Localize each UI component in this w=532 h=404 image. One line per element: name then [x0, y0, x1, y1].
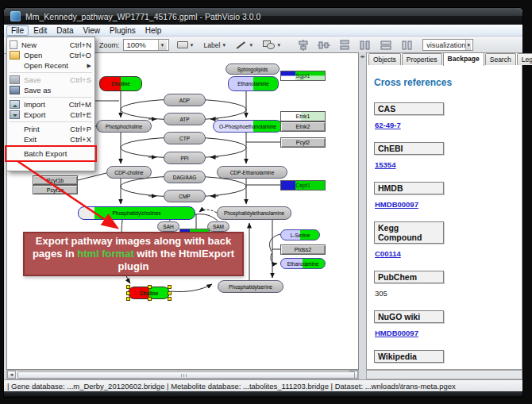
align-center-y-icon[interactable]: [318, 40, 330, 51]
zoom-combobox[interactable]: 100% ▼: [123, 39, 169, 51]
common-height-icon[interactable]: [400, 40, 413, 51]
label-tool-button[interactable]: Label▼: [202, 40, 228, 50]
metabolite-node-phosphatidylcholines[interactable]: Phosphatidylcholines: [78, 206, 195, 220]
metabolite-node-cdp-choline[interactable]: CDP-choline: [106, 166, 152, 179]
tab-backpage[interactable]: Backpage: [443, 52, 484, 66]
selection-handle[interactable]: [126, 291, 130, 295]
metabolite-node-ethanolamine[interactable]: Ethanolamine: [280, 258, 326, 269]
metabolite-node-phosphocholine[interactable]: Phosphocholine: [96, 120, 152, 133]
gene-node-etnk2[interactable]: Etnk2: [280, 121, 326, 132]
node-label: CTP: [179, 136, 190, 141]
file-menu-item-batch-export[interactable]: Batch Export: [7, 148, 94, 160]
common-width-icon[interactable]: [380, 40, 392, 51]
visualization-combobox[interactable]: visualization ▼: [422, 39, 473, 51]
metabolite-node-phosphatidylethanolamine[interactable]: Phosphatidylethanolamine: [217, 206, 291, 220]
tab-search[interactable]: Search: [485, 53, 516, 65]
tab-objects[interactable]: Objects: [368, 53, 401, 65]
selection-handle[interactable]: [148, 297, 152, 301]
metabolite-node-o-phosphoethanolamine[interactable]: O-Phosphoethanolamine: [213, 120, 283, 133]
metabolite-node-ethanolamine[interactable]: Ethanolamine: [228, 76, 279, 91]
tab-legend[interactable]: Legend: [517, 53, 532, 65]
metabolite-node-ppi[interactable]: PPi: [164, 152, 206, 164]
metabolite-node-cdp-ethanolamine[interactable]: CDP-Ethanolamine: [217, 166, 287, 179]
splitter-arrows-icon[interactable]: ◂▸: [360, 54, 365, 63]
file-menu-item-export[interactable]: ExportCtrl+E: [7, 110, 94, 120]
scroll-left-icon[interactable]: ◄: [7, 371, 16, 379]
menubar-item-help[interactable]: Help: [141, 25, 167, 36]
panel-footer-strip: [366, 370, 522, 379]
menu-item-label: Batch Export: [24, 149, 67, 158]
crossref-link[interactable]: 15354: [375, 160, 395, 169]
metabolite-node-sphingolipids[interactable]: Sphingolipids: [226, 63, 279, 75]
shape-tool-button[interactable]: ▼: [261, 40, 283, 50]
gene-node-pcyt1b[interactable]: Pcyt1b: [33, 175, 78, 185]
node-label: CDP-Ethanolamine: [230, 170, 275, 175]
crossref-link[interactable]: 62-49-7: [375, 121, 401, 129]
section-header: Wikipedia: [374, 350, 444, 363]
gene-node-pcyt1a[interactable]: Pcyt1a: [33, 185, 78, 194]
file-menu-item-print[interactable]: PrintCtrl+P: [7, 124, 94, 134]
metabolite-node-phosphatidylserine[interactable]: Phosphatidylserine: [218, 280, 283, 293]
backpage-section-pubchem: PubChem305: [374, 271, 522, 303]
menubar-item-edit[interactable]: Edit: [29, 25, 52, 36]
metabolite-node-sam[interactable]: SAM: [207, 221, 229, 232]
metabolite-node-sah[interactable]: SAH: [157, 221, 179, 232]
file-menu-item-open-recent[interactable]: Open Recent▶: [7, 60, 94, 71]
gene-node-cept1[interactable]: Cept1: [280, 180, 326, 190]
chevron-down-icon[interactable]: ▼: [465, 40, 471, 50]
panel-splitter[interactable]: ◂▸: [359, 52, 366, 370]
file-menu-item-save-as[interactable]: Save as: [7, 85, 94, 95]
node-label: Ptdss2: [295, 247, 311, 252]
metabolite-node-choline[interactable]: Choline: [128, 287, 170, 299]
canvas-horizontal-scrollbar[interactable]: ◄ ►: [6, 370, 359, 379]
selection-handle[interactable]: [126, 297, 130, 301]
metabolite-node-adp[interactable]: ADP: [164, 94, 206, 106]
selection-handle[interactable]: [126, 285, 130, 289]
menubar-item-file[interactable]: File: [6, 25, 29, 36]
gene-node-sgpl1[interactable]: Sgpl1: [280, 71, 326, 81]
tab-properties[interactable]: Properties: [402, 53, 442, 65]
crossref-link[interactable]: C00114: [375, 249, 401, 258]
side-panel-tabs: ObjectsPropertiesBackpageSearchLegend: [368, 53, 532, 65]
metabolite-node-cmp[interactable]: CMP: [164, 190, 206, 202]
selection-handle[interactable]: [148, 285, 152, 289]
file-menu-item-open[interactable]: OpenCtrl+O: [7, 50, 94, 60]
metabolite-node-l-serine[interactable]: L-Serine: [280, 229, 320, 240]
menu-item-shortcut: Ctrl+E: [70, 110, 91, 119]
metabolite-node-choline[interactable]: Choline: [99, 76, 142, 91]
crossref-link[interactable]: HMDB00097: [375, 329, 418, 337]
metabolite-node-ctp[interactable]: CTP: [164, 132, 206, 144]
menu-separator: [10, 97, 92, 98]
menubar-item-view[interactable]: View: [78, 25, 105, 36]
node-label: Choline: [111, 81, 130, 87]
gene-node-pcyt2[interactable]: Pcyt2: [280, 137, 326, 148]
gene-node-etnk1[interactable]: Etnk1: [280, 111, 326, 121]
stack-horizontal-icon[interactable]: [359, 40, 372, 51]
file-menu-item-save[interactable]: SaveCtrl+S: [7, 75, 94, 85]
menubar-item-data[interactable]: Data: [52, 25, 78, 36]
line-tool-button[interactable]: ▼: [234, 40, 255, 50]
menubar-item-plugins[interactable]: Plugins: [105, 25, 141, 36]
selection-handle[interactable]: [168, 297, 172, 301]
label-tool-text: Label: [203, 41, 220, 49]
chevron-down-icon[interactable]: ▼: [158, 40, 167, 50]
align-center-x-icon[interactable]: [297, 40, 310, 51]
window-bottom-border: [4, 391, 522, 397]
scrollbar-thumb[interactable]: [17, 371, 355, 379]
node-label: Sgpl1: [296, 73, 310, 79]
datanode-tool-button[interactable]: ▼: [175, 40, 196, 49]
metabolite-node-dag-aag[interactable]: DAG/AAG: [164, 171, 206, 183]
crossref-link[interactable]: Choline: [375, 368, 403, 369]
stack-vertical-icon[interactable]: [338, 40, 351, 51]
visualization-value: visualization: [426, 41, 465, 49]
file-menu-item-exit[interactable]: ExitCtrl+X: [7, 134, 94, 144]
file-menu-item-import[interactable]: ImportCtrl+M: [7, 99, 94, 110]
crossref-link[interactable]: HMDB00097: [375, 200, 418, 209]
metabolite-node-atp[interactable]: ATP: [164, 113, 206, 125]
selection-handle[interactable]: [168, 291, 172, 295]
file-menu-item-new[interactable]: NewCtrl+N: [7, 40, 94, 50]
selection-handle[interactable]: [168, 285, 172, 289]
menu-item-label: Open Recent: [24, 61, 68, 70]
save-as-disk-icon: [10, 86, 20, 94]
gene-node-ptdss2[interactable]: Ptdss2: [280, 244, 326, 255]
